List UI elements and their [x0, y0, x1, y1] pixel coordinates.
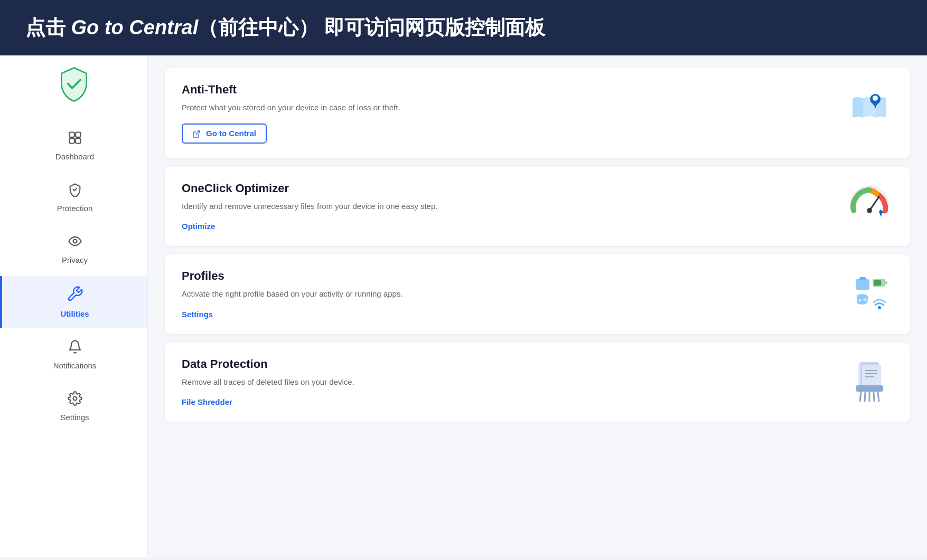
sidebar-item-label: Notifications — [53, 361, 97, 370]
sidebar: Dashboard Protection — [0, 55, 148, 557]
file-shredder-button[interactable]: File Shredder — [182, 397, 232, 406]
sidebar-item-dashboard[interactable]: Dashboard — [0, 121, 147, 170]
sidebar-item-utilities[interactable]: Utilities — [0, 276, 147, 328]
main-content: Anti-Theft Protect what you stored on yo… — [148, 55, 927, 557]
anti-theft-body: Anti-Theft Protect what you stored on yo… — [182, 83, 846, 144]
sidebar-item-privacy[interactable]: Privacy — [0, 224, 147, 274]
sidebar-item-label: Utilities — [60, 309, 89, 318]
external-link-icon — [192, 129, 203, 138]
svg-point-20 — [865, 299, 867, 301]
profiles-icon — [846, 269, 893, 317]
svg-rect-13 — [859, 277, 866, 280]
svg-rect-15 — [885, 281, 887, 284]
profiles-body: Profiles Activate the right profile base… — [182, 269, 846, 319]
svg-rect-12 — [856, 279, 869, 290]
sidebar-item-label: Settings — [60, 413, 89, 422]
svg-point-4 — [73, 240, 77, 243]
optimizer-desc: Identify and remove unnecessary files fr… — [182, 201, 833, 213]
sidebar-item-notifications[interactable]: Notifications — [0, 330, 147, 379]
sidebar-item-settings[interactable]: Settings — [0, 382, 147, 431]
svg-line-29 — [860, 392, 861, 401]
data-protection-icon — [846, 357, 893, 405]
svg-line-6 — [196, 131, 200, 135]
sidebar-item-label: Privacy — [62, 255, 88, 264]
optimize-button[interactable]: Optimize — [182, 222, 215, 231]
anti-theft-title: Anti-Theft — [182, 83, 833, 97]
svg-rect-3 — [76, 139, 80, 144]
optimizer-title: OneClick Optimizer — [182, 182, 833, 195]
svg-line-10 — [869, 197, 879, 211]
svg-point-19 — [864, 299, 865, 301]
data-protection-desc: Remove all traces of deleted files on yo… — [182, 376, 833, 388]
profiles-title: Profiles — [182, 269, 833, 283]
optimizer-body: OneClick Optimizer Identify and remove u… — [182, 182, 846, 232]
go-to-central-button[interactable]: Go to Central — [182, 124, 267, 144]
svg-rect-16 — [874, 280, 881, 286]
anti-theft-icon — [846, 83, 893, 130]
protection-icon — [68, 182, 82, 200]
svg-line-33 — [878, 392, 879, 401]
data-protection-body: Data Protection Remove all traces of del… — [182, 357, 846, 407]
top-banner: 点击 Go to Central（前往中心） 即可访问网页版控制面板 — [0, 0, 927, 55]
sidebar-item-label: Protection — [57, 204, 93, 213]
oneclick-optimizer-card: OneClick Optimizer Identify and remove u… — [165, 167, 910, 246]
sidebar-item-label: Dashboard — [55, 152, 94, 161]
anti-theft-card: Anti-Theft Protect what you stored on yo… — [165, 68, 910, 158]
privacy-icon — [68, 234, 82, 251]
svg-rect-0 — [69, 132, 74, 137]
profiles-settings-button[interactable]: Settings — [182, 310, 213, 319]
main-layout: Dashboard Protection — [0, 55, 927, 557]
data-protection-card: Data Protection Remove all traces of del… — [165, 343, 910, 422]
svg-line-32 — [874, 392, 874, 401]
svg-point-21 — [878, 306, 881, 309]
dashboard-icon — [68, 130, 82, 148]
profiles-card: Profiles Activate the right profile base… — [165, 254, 910, 334]
svg-rect-28 — [856, 385, 883, 392]
anti-theft-desc: Protect what you stored on your device i… — [182, 102, 833, 114]
svg-rect-2 — [69, 139, 74, 144]
svg-rect-1 — [76, 132, 80, 137]
data-protection-title: Data Protection — [182, 357, 833, 371]
profiles-desc: Activate the right profile based on your… — [182, 288, 833, 300]
utilities-icon — [67, 286, 83, 305]
sidebar-item-protection[interactable]: Protection — [0, 173, 147, 222]
optimizer-icon — [846, 182, 893, 229]
sidebar-nav: Dashboard Protection — [0, 121, 147, 431]
svg-line-30 — [865, 392, 865, 401]
svg-point-5 — [73, 397, 77, 401]
banner-text: 点击 Go to Central（前往中心） 即可访问网页版控制面板 — [25, 16, 545, 39]
svg-point-8 — [873, 96, 878, 101]
app-logo — [55, 66, 92, 105]
settings-icon — [68, 391, 82, 409]
notifications-icon — [68, 339, 82, 357]
